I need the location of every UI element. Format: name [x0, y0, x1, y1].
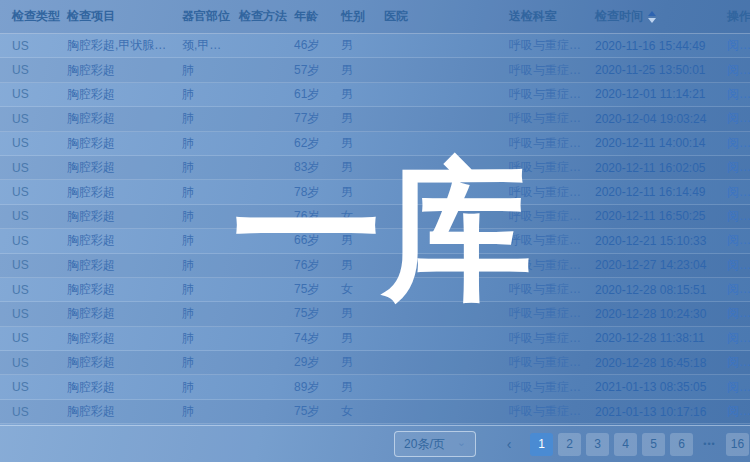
- page-button[interactable]: 1: [530, 433, 553, 456]
- cell-exam-time: 2020-12-04 19:03:24: [595, 112, 727, 126]
- cell-exam-type: US: [12, 331, 67, 345]
- table-row[interactable]: US 胸腔彩超 肺 83岁 男 呼吸与重症医... 2020-12-11 16:…: [0, 156, 750, 180]
- table-row[interactable]: US 胸腔彩超 肺 76岁 男 呼吸与重症医... 2020-12-27 14:…: [0, 254, 750, 278]
- page-ellipsis[interactable]: •••: [698, 433, 721, 456]
- table-body: US 胸腔彩超,甲状腺彩超 颈,甲状... 46岁 男 呼吸与重症医... 20…: [0, 34, 750, 425]
- cell-exam-item: 胸腔彩超: [67, 110, 182, 127]
- page-button[interactable]: 16: [726, 433, 749, 456]
- table-row[interactable]: US 胸腔彩超 肺 89岁 男 呼吸与重症医... 2021-01-13 08:…: [0, 375, 750, 399]
- view-images-link[interactable]: 阅片: [727, 281, 750, 298]
- view-images-link[interactable]: 阅片: [727, 305, 750, 322]
- cell-age: 77岁: [294, 110, 341, 127]
- cell-gender: 男: [341, 305, 384, 322]
- cell-exam-item: 胸腔彩超: [67, 330, 182, 347]
- page-button[interactable]: 5: [642, 433, 665, 456]
- page-button[interactable]: 4: [614, 433, 637, 456]
- cell-department: 呼吸与重症医...: [509, 354, 595, 371]
- view-images-link[interactable]: 阅片: [727, 86, 750, 103]
- cell-exam-item: 胸腔彩超: [67, 281, 182, 298]
- table-row[interactable]: US 胸腔彩超 肺 75岁 男 呼吸与重症医... 2020-12-28 10:…: [0, 302, 750, 326]
- cell-organ: 肺: [182, 305, 239, 322]
- cell-gender: 女: [341, 281, 384, 298]
- view-images-link[interactable]: 阅片: [727, 184, 750, 201]
- column-header: 性别: [341, 8, 384, 25]
- cell-age: 75岁: [294, 305, 341, 322]
- table-row[interactable]: US 胸腔彩超,甲状腺彩超 颈,甲状... 46岁 男 呼吸与重症医... 20…: [0, 34, 750, 58]
- view-images-link[interactable]: 阅片: [727, 62, 750, 79]
- cell-organ: 颈,甲状...: [182, 37, 239, 54]
- column-header: 检查方法: [239, 8, 294, 25]
- column-header-label: 检查项目: [67, 8, 115, 25]
- cell-organ: 肺: [182, 232, 239, 249]
- cell-organ: 肺: [182, 184, 239, 201]
- table-row[interactable]: US 胸腔彩超 肺 66岁 男 呼吸与重症医... 2020-12-21 15:…: [0, 229, 750, 253]
- prev-page-button[interactable]: ‹: [499, 436, 519, 452]
- cell-department: 呼吸与重症医...: [509, 37, 595, 54]
- cell-exam-type: US: [12, 283, 67, 297]
- table-row[interactable]: US 胸腔彩超 肺 62岁 男 呼吸与重症医... 2020-12-11 14:…: [0, 132, 750, 156]
- table-row[interactable]: US 胸腔彩超 肺 75岁 女 呼吸与重症医... 2021-01-13 10:…: [0, 400, 750, 424]
- study-list-screen: 检查类型检查项目器官部位检查方法年龄性别医院送检科室检查时间操作 US 胸腔彩超…: [0, 0, 750, 462]
- column-header[interactable]: 检查时间: [595, 8, 727, 25]
- cell-exam-time: 2020-12-28 11:38:11: [595, 331, 727, 345]
- cell-department: 呼吸与重症医...: [509, 379, 595, 396]
- view-images-link[interactable]: 阅片: [727, 354, 750, 371]
- column-header: 医院: [384, 8, 509, 25]
- chevron-down-icon: ⌄: [457, 436, 466, 449]
- cell-exam-item: 胸腔彩超: [67, 354, 182, 371]
- cell-gender: 男: [341, 86, 384, 103]
- cell-exam-time: 2020-12-11 14:00:14: [595, 136, 727, 150]
- cell-department: 呼吸与重症医...: [509, 159, 595, 176]
- cell-exam-item: 胸腔彩超: [67, 379, 182, 396]
- cell-exam-type: US: [12, 356, 67, 370]
- view-images-link[interactable]: 阅片: [727, 135, 750, 152]
- view-images-link[interactable]: 阅片: [727, 379, 750, 396]
- view-images-link[interactable]: 阅片: [727, 232, 750, 249]
- cell-exam-item: 胸腔彩超: [67, 257, 182, 274]
- cell-exam-time: 2021-01-13 08:35:05: [595, 380, 727, 394]
- cell-gender: 男: [341, 110, 384, 127]
- cell-exam-type: US: [12, 380, 67, 394]
- view-images-link[interactable]: 阅片: [727, 257, 750, 274]
- column-header-label: 检查方法: [239, 8, 287, 25]
- cell-department: 呼吸与重症医...: [509, 257, 595, 274]
- view-images-link[interactable]: 阅片: [727, 208, 750, 225]
- cell-department: 呼吸与重症医...: [509, 184, 595, 201]
- cell-organ: 肺: [182, 281, 239, 298]
- view-images-link[interactable]: 阅片: [727, 110, 750, 127]
- sort-caret-icon[interactable]: [648, 11, 656, 23]
- view-images-link[interactable]: 阅片: [727, 37, 750, 54]
- table-row[interactable]: US 胸腔彩超 肺 29岁 男 呼吸与重症医... 2020-12-28 16:…: [0, 351, 750, 375]
- table-row[interactable]: US 胸腔彩超 肺 74岁 男 呼吸与重症医... 2020-12-28 11:…: [0, 327, 750, 351]
- cell-department: 呼吸与重症医...: [509, 208, 595, 225]
- table-row[interactable]: US 胸腔彩超 肺 76岁 女 呼吸与重症医... 2020-12-11 16:…: [0, 205, 750, 229]
- cell-exam-item: 胸腔彩超: [67, 159, 182, 176]
- cell-gender: 女: [341, 208, 384, 225]
- cell-exam-type: US: [12, 234, 67, 248]
- view-images-link[interactable]: 阅片: [727, 330, 750, 347]
- table-row[interactable]: US 胸腔彩超 肺 75岁 女 呼吸与重症医... 2020-12-28 08:…: [0, 278, 750, 302]
- page-button[interactable]: 3: [586, 433, 609, 456]
- cell-exam-type: US: [12, 136, 67, 150]
- page-size-select[interactable]: 20条/页 ⌄: [394, 431, 476, 457]
- cell-exam-type: US: [12, 405, 67, 419]
- column-header-label: 器官部位: [182, 8, 230, 25]
- cell-age: 57岁: [294, 62, 341, 79]
- cell-exam-type: US: [12, 307, 67, 321]
- cell-exam-item: 胸腔彩超: [67, 184, 182, 201]
- cell-exam-item: 胸腔彩超: [67, 86, 182, 103]
- page-button[interactable]: 2: [558, 433, 581, 456]
- view-images-link[interactable]: 阅片: [727, 403, 750, 420]
- cell-exam-item: 胸腔彩超: [67, 208, 182, 225]
- column-header-label: 检查时间: [595, 8, 643, 25]
- table-row[interactable]: US 胸腔彩超 肺 61岁 男 呼吸与重症医... 2020-12-01 11:…: [0, 83, 750, 107]
- cell-age: 75岁: [294, 403, 341, 420]
- cell-gender: 男: [341, 232, 384, 249]
- table-row[interactable]: US 胸腔彩超 肺 77岁 男 呼吸与重症医... 2020-12-04 19:…: [0, 107, 750, 131]
- cell-department: 呼吸与重症医...: [509, 403, 595, 420]
- page-button[interactable]: 6: [670, 433, 693, 456]
- view-images-link[interactable]: 阅片: [727, 159, 750, 176]
- table-row[interactable]: US 胸腔彩超 肺 78岁 男 呼吸与重症医... 2020-12-11 16:…: [0, 180, 750, 204]
- table-row[interactable]: US 胸腔彩超 肺 57岁 男 呼吸与重症医... 2020-11-25 13:…: [0, 58, 750, 82]
- column-header: 操作: [727, 8, 750, 25]
